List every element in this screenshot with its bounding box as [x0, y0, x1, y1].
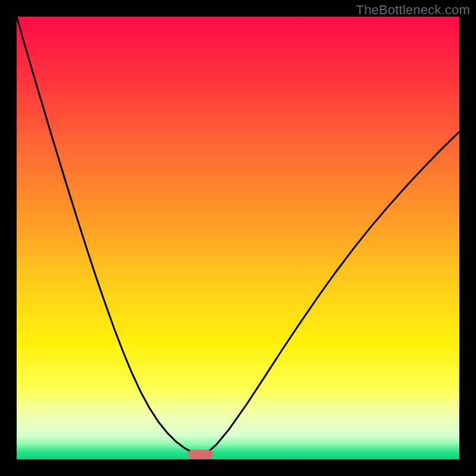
- optimal-marker: [188, 450, 213, 459]
- watermark-text: TheBottleneck.com: [356, 2, 470, 18]
- bottleneck-curve: [17, 17, 459, 459]
- plot-area: [17, 17, 459, 459]
- chart-frame: TheBottleneck.com: [0, 0, 476, 476]
